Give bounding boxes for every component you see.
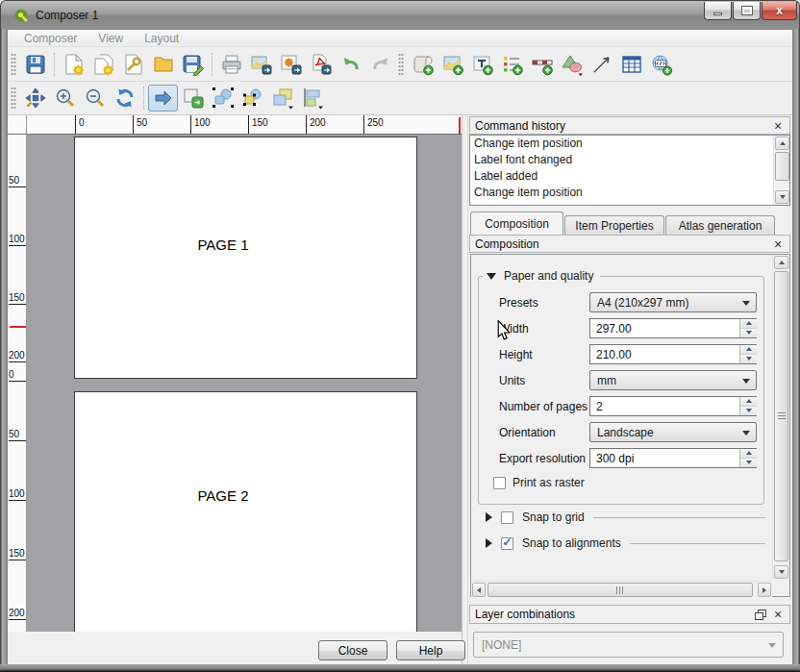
save-project-button[interactable] (20, 51, 50, 78)
close-panel-icon[interactable] (771, 119, 785, 133)
spin-up-button[interactable] (740, 319, 757, 329)
add-new-legend-button[interactable] (497, 51, 527, 78)
scroll-right-button[interactable] (758, 583, 771, 597)
scrollbar-thumb[interactable] (775, 152, 789, 181)
folder-icon (152, 53, 175, 76)
scrollbar-thumb[interactable] (774, 271, 788, 561)
export-as-svg-button[interactable] (276, 51, 306, 78)
scroll-up-button[interactable] (774, 256, 788, 269)
scroll-down-button[interactable] (775, 190, 789, 204)
menu-layout[interactable]: Layout (134, 30, 189, 47)
print-button[interactable] (216, 51, 246, 78)
paper-quality-header[interactable]: Paper and quality (483, 268, 600, 284)
scrollbar-thumb[interactable] (488, 583, 753, 597)
group-items-icon (212, 87, 235, 110)
panel-splitter[interactable] (462, 115, 468, 664)
add-arrow-button[interactable] (587, 51, 616, 78)
toolbar-separator (143, 87, 144, 110)
history-item[interactable]: Change item position (470, 136, 789, 152)
ruler-tick: 50 (9, 429, 26, 441)
close-panel-icon[interactable] (771, 608, 785, 621)
close-window-button[interactable] (762, 2, 797, 20)
snap-to-grid-checkbox[interactable] (501, 511, 513, 524)
new-composition-button[interactable] (59, 51, 88, 78)
page-2-label-item[interactable]: PAGE 2 (165, 487, 281, 504)
add-new-scalebar-button[interactable] (527, 51, 557, 78)
add-image-button[interactable] (438, 51, 467, 78)
float-panel-icon[interactable] (755, 610, 765, 620)
add-basic-shape-button[interactable] (557, 51, 587, 78)
page-1-label-item[interactable]: PAGE 1 (165, 236, 281, 253)
export-as-pdf-button[interactable] (306, 51, 336, 78)
redo-button[interactable] (365, 51, 395, 78)
close-panel-icon[interactable] (771, 237, 785, 251)
tab-composition[interactable]: Composition (470, 212, 563, 235)
scroll-up-button[interactable] (775, 137, 789, 150)
titlebar[interactable]: Composer 1 (0, 0, 800, 29)
print-as-raster-checkbox[interactable] (493, 477, 506, 489)
add-new-label-button[interactable] (467, 51, 497, 78)
zoom-full-button[interactable] (20, 85, 50, 112)
snap-to-alignments-checkbox[interactable] (501, 537, 513, 550)
spin-up-button[interactable] (740, 397, 757, 407)
save-as-template-button[interactable] (178, 51, 208, 78)
units-dropdown[interactable]: mm (589, 370, 757, 390)
align-selected-items-button[interactable] (297, 85, 327, 112)
zoom-out-button[interactable] (80, 85, 110, 112)
command-history-list: Change item position Label font changed … (469, 135, 790, 206)
raise-selected-items-button[interactable] (267, 85, 297, 112)
history-item[interactable]: Change item position (470, 185, 789, 201)
export-pdf-icon (310, 53, 333, 76)
move-item-content-button[interactable] (178, 85, 208, 112)
expand-arrow-icon[interactable] (486, 512, 492, 522)
expand-arrow-icon[interactable] (486, 538, 492, 548)
toolbar-grip[interactable] (11, 53, 16, 76)
menu-composer[interactable]: Composer (13, 30, 88, 47)
menu-view[interactable]: View (88, 30, 134, 47)
spin-down-button[interactable] (740, 329, 757, 338)
minimize-button[interactable] (704, 2, 732, 20)
toolbar-grip[interactable] (398, 53, 404, 76)
composition-canvas[interactable]: PAGE 1 PAGE 2 (27, 135, 462, 632)
tab-item-properties[interactable]: Item Properties (564, 215, 664, 235)
zoom-in-button[interactable] (50, 85, 80, 112)
maximize-button[interactable] (733, 2, 761, 20)
export-resolution-input[interactable] (590, 449, 737, 467)
ruler-tick: 200 (306, 115, 326, 135)
toolbar-grip[interactable] (11, 87, 16, 110)
add-html-frame-button[interactable] (646, 51, 676, 78)
presets-dropdown[interactable]: A4 (210x297 mm) (589, 292, 757, 312)
undo-button[interactable] (336, 51, 365, 78)
composer-manager-button[interactable] (118, 51, 148, 78)
tab-atlas-generation[interactable]: Atlas generation (665, 215, 775, 235)
group-items-button[interactable] (208, 85, 238, 112)
print-as-raster-row[interactable]: Print as raster (493, 476, 585, 489)
add-new-map-button[interactable] (408, 51, 438, 78)
spin-down-button[interactable] (740, 407, 757, 416)
scroll-left-button[interactable] (472, 583, 486, 597)
duplicate-composition-button[interactable] (88, 51, 118, 78)
add-attribute-table-button[interactable] (616, 51, 646, 78)
spin-up-button[interactable] (740, 449, 757, 459)
height-input[interactable] (590, 345, 737, 363)
select-move-item-button[interactable] (148, 85, 178, 112)
spin-down-button[interactable] (740, 459, 757, 468)
num-pages-input[interactable] (590, 397, 737, 415)
width-input[interactable] (590, 319, 737, 337)
refresh-view-button[interactable] (110, 85, 139, 112)
window-border (0, 29, 8, 664)
spin-up-button[interactable] (740, 345, 757, 355)
orientation-dropdown[interactable]: Landscape (589, 422, 757, 442)
load-from-template-button[interactable] (148, 51, 178, 78)
ungroup-items-button[interactable] (238, 85, 267, 112)
spin-down-button[interactable] (740, 355, 757, 364)
close-button[interactable]: Close (318, 640, 388, 660)
layer-combinations-dropdown[interactable]: [NONE] (473, 632, 784, 658)
width-label: Width (499, 322, 529, 336)
help-button[interactable]: Help (396, 640, 465, 660)
export-as-image-button[interactable] (246, 51, 276, 78)
scroll-down-button[interactable] (774, 565, 788, 579)
history-item[interactable]: Label font changed (470, 152, 789, 168)
num-pages-spinbox (589, 396, 757, 416)
history-item[interactable]: Label added (470, 168, 789, 185)
